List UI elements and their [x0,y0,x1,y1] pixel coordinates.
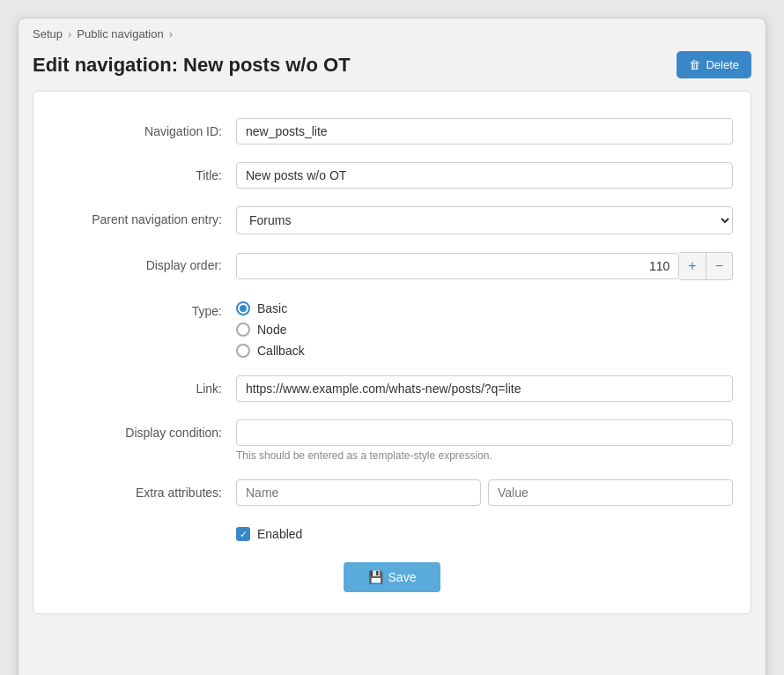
title-row: Title: [33,153,751,197]
navigation-id-input[interactable] [236,118,733,145]
link-input[interactable] [236,375,733,402]
parent-row: Parent navigation entry: Forums None Roo… [33,197,751,243]
display-condition-label: Display condition: [51,419,236,440]
extra-attributes-row: Extra attributes: [33,471,751,515]
extra-attributes-inputs [236,479,733,506]
breadcrumb: Setup › Public navigation › [18,19,766,46]
title-label: Title: [51,162,236,182]
breadcrumb-sep-2: › [169,27,173,41]
type-basic-option[interactable]: Basic [236,301,733,315]
display-condition-row: Display condition: This should be entere… [33,411,751,471]
extra-name-input[interactable] [236,479,481,506]
display-order-input[interactable] [236,253,679,279]
enabled-checkbox-icon: ✓ [236,527,250,541]
type-field-wrapper: Basic Node Callback [236,298,733,358]
type-node-radio-icon [236,323,250,337]
type-radio-group: Basic Node Callback [236,298,733,358]
delete-button[interactable]: 🗑 Delete [677,51,751,78]
parent-select[interactable]: Forums None Root [236,206,733,234]
parent-field-wrapper: Forums None Root [236,206,733,234]
extra-value-input[interactable] [488,479,733,506]
navigation-id-row: Navigation ID: [33,109,751,153]
type-basic-label: Basic [257,301,287,315]
link-row: Link: [33,367,751,411]
display-order-field-wrapper: + − [236,252,733,280]
enabled-field-wrapper: ✓ Enabled [236,523,733,541]
type-node-label: Node [257,323,286,337]
display-order-row: Display order: + − [33,243,751,289]
save-label: Save [388,570,417,584]
breadcrumb-public-navigation[interactable]: Public navigation [77,27,163,41]
type-label: Type: [51,298,236,318]
delete-icon: 🗑 [689,58,700,71]
display-order-controls: + − [236,252,733,280]
enabled-checkbox-label[interactable]: ✓ Enabled [236,523,733,541]
title-input[interactable] [236,162,733,189]
page-title: Edit navigation: New posts w/o OT [33,54,351,77]
main-window: Setup › Public navigation › Edit navigat… [18,18,766,675]
link-field-wrapper [236,375,733,402]
navigation-id-field-wrapper [236,118,733,145]
type-node-option[interactable]: Node [236,323,733,337]
navigation-id-label: Navigation ID: [51,118,236,138]
display-condition-input[interactable] [236,419,733,446]
save-button[interactable]: 💾 Save [344,562,441,592]
display-order-label: Display order: [51,252,236,272]
save-icon: 💾 [368,570,383,584]
type-callback-radio-icon [236,344,250,358]
title-field-wrapper [236,162,733,189]
breadcrumb-setup[interactable]: Setup [33,27,63,41]
breadcrumb-sep-1: › [68,27,71,41]
link-label: Link: [51,375,236,396]
type-callback-label: Callback [257,344,305,358]
page-header: Edit navigation: New posts w/o OT 🗑 Dele… [18,46,766,91]
enabled-label-spacer [51,523,236,530]
type-callback-option[interactable]: Callback [236,344,733,358]
extra-attributes-field-wrapper [236,479,733,506]
display-order-increment-button[interactable]: + [679,252,706,280]
enabled-label: Enabled [257,527,302,541]
display-condition-hint: This should be entered as a template-sty… [236,449,733,462]
save-button-row: 💾 Save [33,550,751,596]
type-row: Type: Basic Node Call [33,289,751,367]
form-panel: Navigation ID: Title: Parent navigation … [33,91,751,614]
extra-attributes-label: Extra attributes: [51,479,236,500]
parent-label: Parent navigation entry: [51,206,236,226]
type-basic-radio-icon [236,301,250,315]
enabled-row: ✓ Enabled [33,515,751,550]
display-order-decrement-button[interactable]: − [706,252,733,280]
display-condition-field-wrapper: This should be entered as a template-sty… [236,419,733,462]
delete-label: Delete [706,58,739,71]
